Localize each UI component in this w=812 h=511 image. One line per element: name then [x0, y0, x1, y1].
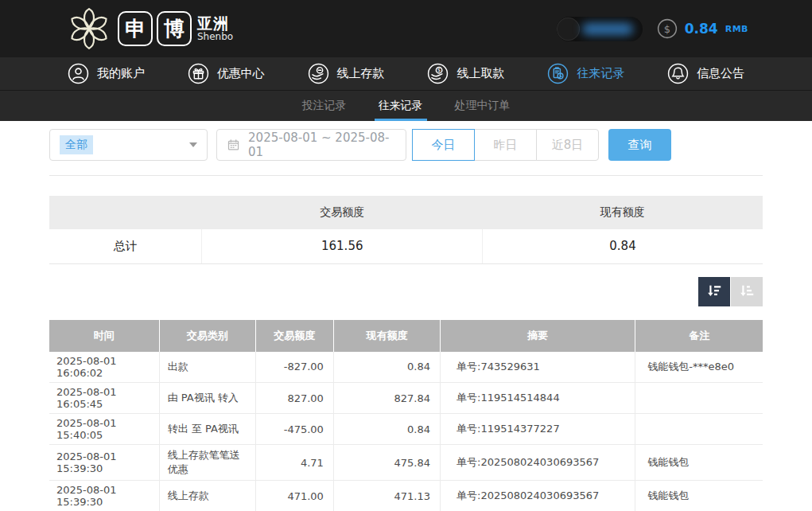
- withdraw-icon: [427, 63, 449, 84]
- subtab[interactable]: 往来记录: [377, 91, 425, 121]
- account-toggle-pill[interactable]: [557, 17, 643, 41]
- logo-char-2: 博: [157, 11, 192, 46]
- cell-amount: -475.00: [255, 414, 333, 445]
- nav-item-label: 优惠中心: [217, 66, 265, 81]
- cell-summary: 单号:119514514844: [441, 383, 635, 414]
- nav-item-label: 我的账户: [97, 66, 145, 81]
- search-button[interactable]: 查询: [608, 129, 671, 161]
- cell-time: 2025-08-01 15:40:05: [49, 414, 159, 445]
- bell-icon: [667, 63, 689, 84]
- brand-logo[interactable]: 申 博 亚洲 Shenbo: [65, 5, 233, 53]
- balance-currency: RMB: [725, 24, 748, 34]
- sort-controls: [49, 277, 763, 306]
- summary-balance-total: 0.84: [482, 229, 763, 263]
- sort-descending-button[interactable]: [698, 277, 730, 306]
- cell-time: 2025-08-01 15:39:30: [49, 481, 159, 511]
- filter-row: 全部 2025-08-01 ~ 2025-08-01 今日 昨日 近8日 查询: [49, 129, 763, 161]
- chevron-down-icon: [189, 142, 197, 147]
- subtab[interactable]: 处理中订单: [453, 91, 512, 121]
- summary-table: 交易额度 现有额度 总计 161.56 0.84: [49, 196, 763, 264]
- sort-ascending-button[interactable]: [731, 277, 763, 306]
- transactions-header-row: 时间 交易类别 交易额度 现有额度 摘要 备注: [49, 320, 763, 352]
- date-range-value: 2025-08-01 ~ 2025-08-01: [248, 131, 395, 159]
- cell-summary: 单号:202508024030693567: [441, 481, 635, 511]
- nav-item-label: 线上取款: [457, 66, 504, 81]
- nav-item[interactable]: 优惠中心: [188, 63, 265, 84]
- transactions-table: 时间 交易类别 交易额度 现有额度 摘要 备注 2025-08-01 16:06…: [49, 320, 763, 511]
- content-area: 全部 2025-08-01 ~ 2025-08-01 今日 昨日 近8日 查询 …: [49, 129, 763, 511]
- subtab-label: 投注记录: [302, 99, 347, 113]
- cell-amount: 4.71: [255, 445, 333, 481]
- cell-note: [635, 383, 763, 414]
- cell-balance: 471.13: [333, 481, 440, 511]
- quick-range-group: 今日 昨日 近8日: [413, 129, 599, 161]
- calendar-icon: [227, 138, 239, 151]
- cell-type: 转出 至 PA视讯: [159, 414, 255, 445]
- logo-region: 亚洲: [197, 15, 233, 32]
- records-icon: [547, 63, 569, 84]
- user-icon: [68, 63, 89, 84]
- nav-item[interactable]: 信息公告: [667, 63, 744, 84]
- col-amount: 交易额度: [255, 320, 333, 352]
- type-select-value: 全部: [60, 135, 93, 154]
- cell-summary: 单号:119514377227: [441, 414, 635, 445]
- top-header: 申 博 亚洲 Shenbo 0.84 RMB: [0, 0, 812, 57]
- cell-time: 2025-08-01 16:05:45: [49, 383, 159, 414]
- cell-balance: 475.84: [333, 445, 440, 481]
- date-range-input[interactable]: 2025-08-01 ~ 2025-08-01: [216, 129, 406, 161]
- summary-col-blank: [49, 196, 202, 229]
- summary-total-label: 总计: [49, 229, 202, 263]
- redacted-username: [582, 23, 633, 35]
- nav-item-label: 线上存款: [337, 66, 385, 81]
- table-row: 2025-08-01 15:39:30 线上存款笔笔送优惠 4.71 475.8…: [49, 445, 763, 481]
- col-note: 备注: [635, 320, 763, 352]
- flower-logo-icon: [65, 5, 113, 53]
- cell-note: 钱能钱包: [635, 445, 763, 481]
- subtab-label: 往来记录: [379, 99, 423, 113]
- cell-amount: 471.00: [255, 481, 333, 511]
- nav-item[interactable]: 线上存款: [308, 63, 385, 84]
- pill-knob: [557, 18, 580, 41]
- cell-time: 2025-08-01 16:06:02: [49, 352, 159, 383]
- cell-summary: 单号:202508024030693567: [441, 445, 635, 481]
- nav-item[interactable]: 线上取款: [427, 63, 504, 84]
- cell-amount: -827.00: [255, 352, 333, 383]
- summary-header-row: 交易额度 现有额度: [49, 196, 763, 229]
- nav-item-label: 信息公告: [697, 66, 744, 81]
- logo-subtitle: Shenbo: [197, 32, 233, 42]
- subtab-label: 处理中订单: [455, 99, 511, 113]
- type-select[interactable]: 全部: [49, 129, 208, 161]
- gift-icon: [188, 63, 209, 84]
- cell-type: 出款: [159, 352, 255, 383]
- summary-col-balance: 现有额度: [482, 196, 763, 229]
- col-balance: 现有额度: [333, 320, 440, 352]
- table-row: 2025-08-01 15:39:30 线上存款 471.00 471.13 单…: [49, 481, 763, 511]
- quick-range-button[interactable]: 近8日: [536, 129, 599, 161]
- cell-note: [635, 414, 763, 445]
- cell-time: 2025-08-01 15:39:30: [49, 445, 159, 481]
- summary-col-trade: 交易额度: [202, 196, 483, 229]
- cell-balance: 827.84: [333, 383, 440, 414]
- logo-char-1: 申: [118, 11, 153, 46]
- quick-range-button[interactable]: 今日: [412, 129, 475, 161]
- deposit-icon: [308, 63, 329, 84]
- nav-item[interactable]: 我的账户: [68, 63, 145, 84]
- table-row: 2025-08-01 16:05:45 由 PA视讯 转入 827.00 827…: [49, 383, 763, 414]
- cell-balance: 0.84: [333, 352, 440, 383]
- nav-item[interactable]: 往来记录: [547, 63, 624, 84]
- record-subtabs: 投注记录 往来记录 处理中订单: [0, 90, 812, 121]
- balance-display: 0.84 RMB: [657, 0, 748, 57]
- main-nav: 我的账户 优惠中心 线上存款 线上取款 往来记录 信息公告: [0, 57, 812, 90]
- summary-total-row: 总计 161.56 0.84: [49, 229, 763, 263]
- sort-descending-icon: [705, 283, 723, 300]
- cell-type: 线上存款: [159, 481, 255, 511]
- cell-summary: 单号:743529631: [441, 352, 635, 383]
- cell-note: 钱能钱包: [635, 481, 763, 511]
- quick-range-button[interactable]: 昨日: [474, 129, 537, 161]
- subtab[interactable]: 投注记录: [301, 91, 348, 121]
- dollar-circle-icon: [657, 18, 678, 39]
- cell-note: 钱能钱包-***e8e0: [635, 352, 763, 383]
- cell-type: 由 PA视讯 转入: [159, 383, 255, 414]
- cell-amount: 827.00: [255, 383, 333, 414]
- section-divider: [49, 175, 763, 176]
